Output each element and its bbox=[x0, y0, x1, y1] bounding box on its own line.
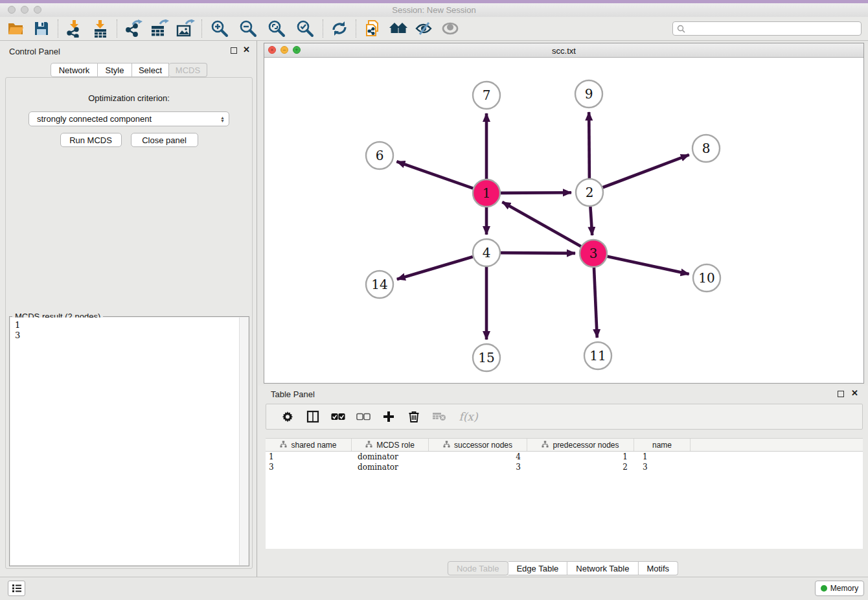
memory-button[interactable]: Memory bbox=[815, 581, 864, 596]
graph-node-15[interactable]: 15 bbox=[473, 344, 500, 371]
delete-column-icon[interactable] bbox=[407, 410, 421, 424]
table-cell[interactable]: 1 bbox=[634, 452, 691, 462]
graph-node-4[interactable]: 4 bbox=[473, 239, 500, 266]
graph-node-6[interactable]: 6 bbox=[366, 142, 393, 169]
tab-node-table[interactable]: Node Table bbox=[448, 561, 508, 575]
tab-network[interactable]: Network bbox=[51, 63, 98, 77]
save-session-icon[interactable] bbox=[29, 18, 54, 39]
tab-motifs[interactable]: Motifs bbox=[638, 561, 678, 575]
table-cell[interactable]: 4 bbox=[429, 452, 527, 462]
open-session-icon[interactable] bbox=[3, 18, 29, 39]
table-cell[interactable]: dominator bbox=[352, 452, 429, 462]
table-row[interactable]: 3dominator323 bbox=[266, 462, 863, 472]
tab-network-table[interactable]: Network Table bbox=[567, 561, 638, 575]
apply-layout-icon[interactable] bbox=[326, 18, 352, 39]
edge-4-to-3[interactable] bbox=[501, 253, 575, 253]
zoom-fit-icon[interactable] bbox=[262, 18, 291, 39]
close-panel-button[interactable]: Close panel bbox=[131, 133, 198, 147]
graph-node-14[interactable]: 14 bbox=[366, 271, 393, 298]
mcds-result-item[interactable]: 1 bbox=[15, 320, 239, 330]
column-header-label: predecessor nodes bbox=[553, 441, 619, 450]
node-label: 14 bbox=[371, 277, 387, 292]
search-input[interactable] bbox=[672, 21, 862, 36]
graph-node-2[interactable]: 2 bbox=[576, 179, 603, 206]
column-header-predecessor-nodes[interactable]: predecessor nodes bbox=[527, 439, 634, 451]
memory-status-icon bbox=[821, 585, 827, 592]
close-table-panel-icon[interactable]: ✕ bbox=[851, 388, 858, 398]
graph-node-1[interactable]: 1 bbox=[473, 179, 500, 207]
network-window-titlebar[interactable]: × − + scc.txt bbox=[264, 43, 863, 58]
close-panel-icon[interactable]: ✕ bbox=[243, 45, 250, 54]
table-row[interactable]: 1dominator411 bbox=[266, 452, 863, 462]
table-cell[interactable]: 1 bbox=[527, 452, 634, 462]
clone-network-icon[interactable] bbox=[360, 18, 385, 39]
column-header-successor-nodes[interactable]: successor nodes bbox=[429, 439, 527, 451]
export-table-icon[interactable] bbox=[146, 18, 172, 39]
function-builder-icon[interactable]: f(x) bbox=[457, 410, 479, 424]
network-canvas[interactable]: 7968124314101511 bbox=[264, 58, 863, 383]
tab-style[interactable]: Style bbox=[98, 63, 132, 77]
deselect-all-columns-icon[interactable] bbox=[356, 410, 371, 424]
graph-node-9[interactable]: 9 bbox=[575, 80, 602, 108]
network-view-window: × − + scc.txt 7968124314101511 bbox=[264, 43, 864, 384]
column-header-shared-name[interactable]: shared name bbox=[266, 439, 352, 451]
import-table-icon[interactable] bbox=[87, 18, 113, 39]
show-graphics-details-icon[interactable] bbox=[437, 18, 463, 39]
graph-node-7[interactable]: 7 bbox=[473, 82, 500, 109]
float-table-panel-icon[interactable] bbox=[838, 391, 844, 397]
edge-3-to-11[interactable] bbox=[594, 268, 597, 338]
edge-1-to-6[interactable] bbox=[396, 161, 473, 188]
edge-2-to-8[interactable] bbox=[603, 155, 689, 187]
table-cell[interactable]: 3 bbox=[634, 462, 691, 472]
result-scrollbar[interactable] bbox=[239, 317, 248, 565]
column-header-name[interactable]: name bbox=[634, 439, 691, 451]
column-header-MCDS-role[interactable]: MCDS role bbox=[352, 439, 429, 451]
toolbar-divider bbox=[201, 19, 202, 38]
graph-node-8[interactable]: 8 bbox=[692, 135, 720, 162]
mcds-result-list[interactable]: 13 bbox=[10, 317, 239, 565]
tab-mcds[interactable]: MCDS bbox=[169, 63, 207, 77]
select-all-columns-icon[interactable] bbox=[331, 410, 345, 424]
table-cell[interactable]: 3 bbox=[429, 462, 527, 472]
home-icon[interactable] bbox=[385, 18, 411, 39]
import-network-icon[interactable] bbox=[62, 18, 87, 39]
tab-edge-table[interactable]: Edge Table bbox=[508, 561, 567, 575]
run-mcds-button[interactable]: Run MCDS bbox=[60, 133, 122, 147]
graph-node-3[interactable]: 3 bbox=[580, 240, 607, 267]
table-cell[interactable]: 1 bbox=[266, 452, 352, 462]
column-layout-icon[interactable] bbox=[306, 410, 320, 424]
optimization-criterion-label: Optimization criterion: bbox=[6, 93, 252, 103]
edge-2-to-3[interactable] bbox=[590, 207, 592, 235]
edge-1-to-2[interactable] bbox=[501, 192, 571, 193]
settings-gear-icon[interactable] bbox=[280, 410, 295, 424]
app-titlebar[interactable]: Session: New Session bbox=[0, 3, 868, 17]
mcds-result-item[interactable]: 3 bbox=[15, 330, 239, 341]
tab-select[interactable]: Select bbox=[132, 63, 169, 77]
toggle-node-visibility-icon[interactable] bbox=[411, 18, 437, 39]
column-header-label: shared name bbox=[291, 441, 336, 450]
zoom-in-icon[interactable] bbox=[205, 18, 234, 39]
mcds-buttons-row: Run MCDS Close panel bbox=[6, 133, 252, 147]
edge-2-to-9[interactable] bbox=[589, 112, 589, 178]
optimization-criterion-select[interactable]: strongly connected component ▲▼ bbox=[29, 111, 229, 126]
graph-node-11[interactable]: 11 bbox=[584, 342, 611, 369]
edge-4-to-14[interactable] bbox=[397, 257, 473, 279]
export-network-icon[interactable] bbox=[120, 18, 146, 39]
table-cell[interactable]: 3 bbox=[266, 462, 352, 472]
edge-3-to-1[interactable] bbox=[502, 202, 580, 246]
edge-3-to-10[interactable] bbox=[607, 257, 689, 274]
node-label: 3 bbox=[589, 246, 598, 261]
delete-table-icon[interactable] bbox=[432, 410, 446, 424]
table-cell[interactable]: 2 bbox=[527, 462, 634, 472]
table-cell[interactable]: dominator bbox=[352, 462, 429, 472]
node-label: 6 bbox=[376, 148, 384, 163]
zoom-selected-icon[interactable] bbox=[291, 18, 319, 39]
export-image-icon[interactable] bbox=[172, 18, 198, 39]
network-graph[interactable]: 7968124314101511 bbox=[264, 58, 863, 383]
task-history-button[interactable] bbox=[8, 581, 25, 596]
add-column-icon[interactable] bbox=[382, 410, 396, 424]
zoom-out-icon[interactable] bbox=[234, 18, 262, 39]
float-panel-icon[interactable] bbox=[231, 47, 237, 54]
toolbar-divider bbox=[58, 19, 58, 38]
graph-node-10[interactable]: 10 bbox=[693, 264, 720, 292]
